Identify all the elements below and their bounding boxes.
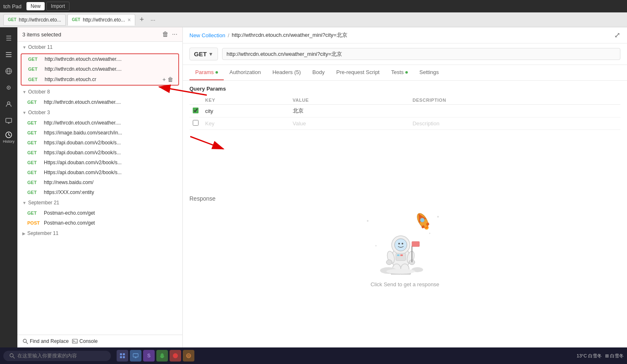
request-item-oct3-6[interactable]: GET Https://api.douban.com/v2/book/s... — [17, 168, 182, 177]
chevron-october-3: ▼ — [22, 110, 26, 115]
method-get: GET — [27, 170, 41, 175]
request-item-oct3-4[interactable]: GET https://api.douban.com/v2/book/s... — [17, 148, 182, 158]
empty-state-text: Click Send to get a response — [371, 281, 439, 287]
param-row-1: city 北京 — [189, 105, 620, 117]
date-header-october-11[interactable]: ▼ October 11 — [17, 42, 182, 53]
tab-more-button[interactable]: ··· — [148, 17, 158, 23]
add-item-button[interactable]: + — [163, 76, 166, 83]
console-button[interactable]: Console — [72, 338, 98, 344]
svg-point-7 — [7, 102, 10, 104]
request-url: http://wthrcdn.etouch.cn/weather.... — [45, 66, 173, 72]
svg-line-13 — [26, 342, 28, 344]
taskbar-icon-3[interactable]: S — [143, 350, 155, 362]
taskbar-icon-6[interactable] — [183, 350, 194, 362]
param-1-value[interactable]: 北京 — [290, 105, 409, 117]
response-title: Response — [189, 195, 215, 202]
svg-rect-52 — [120, 356, 122, 358]
param-2-description[interactable]: Description — [409, 117, 620, 130]
taskbar-icon-4[interactable] — [156, 350, 168, 362]
breadcrumb-expand-button[interactable]: ⤢ — [614, 31, 620, 40]
breadcrumb-collection[interactable]: New Collection — [189, 32, 225, 38]
sidebar-icon-collections[interactable] — [1, 47, 16, 62]
sidebar-icon-menu[interactable]: ☰ — [1, 31, 16, 46]
tab-1[interactable]: GET http://wthrcdn.eto... — [3, 14, 66, 26]
param-2-checkbox[interactable] — [193, 120, 199, 126]
delete-item-button[interactable]: 🗑 — [168, 76, 173, 83]
param-1-checkbox[interactable] — [193, 108, 199, 113]
svg-rect-2 — [6, 56, 12, 57]
request-item-oct3-2[interactable]: GET https://image.baidu.com/search/in... — [17, 128, 182, 138]
date-label-september-11: September 11 — [27, 230, 58, 236]
method-get: GET — [27, 150, 41, 155]
content-area: New Collection / http://wthrcdn.etouch.c… — [183, 27, 627, 347]
col-description: DESCRIPTION — [409, 96, 620, 105]
history-header-actions: 🗑 ··· — [162, 31, 177, 38]
tab-settings[interactable]: Settings — [414, 65, 445, 80]
chevron-october-8: ▼ — [22, 90, 26, 94]
url-input[interactable] — [222, 48, 620, 60]
request-line: GET ▼ — [183, 43, 627, 65]
param-2-value[interactable]: Value — [290, 117, 409, 130]
request-item-sep21-2[interactable]: POST Postman-echo.com/get — [17, 218, 182, 228]
svg-point-16 — [367, 220, 369, 222]
method-get: GET — [28, 57, 41, 62]
taskbar-icon-1[interactable] — [117, 350, 128, 362]
taskbar-icon-5[interactable] — [170, 350, 181, 362]
request-item-oct3-1[interactable]: GET http://wthrcdn.etouch.cn/weather.... — [17, 118, 182, 128]
find-replace-button[interactable]: Find and Replace — [22, 338, 69, 344]
taskbar-search[interactable]: 在这里输入你要搜索的内容 — [3, 351, 111, 361]
chevron-september-21: ▼ — [22, 201, 26, 205]
astronaut-illustration — [364, 208, 446, 275]
sidebar-icon-user[interactable] — [1, 97, 16, 112]
search-icon — [22, 338, 28, 344]
param-row-2: Key Value Description — [189, 117, 620, 130]
more-options-button[interactable]: ··· — [172, 31, 177, 38]
taskbar-icon-2[interactable] — [130, 350, 141, 362]
tab-pre-request[interactable]: Pre-request Script — [330, 65, 385, 80]
tab-body[interactable]: Body — [306, 65, 330, 80]
svg-point-18 — [429, 232, 431, 234]
new-button[interactable]: New — [26, 2, 45, 10]
taskbar-search-text: 在这里输入你要搜索的内容 — [17, 352, 77, 359]
date-header-october-3[interactable]: ▼ October 3 — [17, 107, 182, 118]
delete-selected-button[interactable]: 🗑 — [162, 31, 169, 38]
chevron-october-11: ▼ — [22, 45, 26, 50]
request-item-oct3-8[interactable]: GET https://XXX.com/:entity — [17, 187, 182, 197]
selected-count: 3 items selected — [22, 31, 61, 38]
request-item-oct11-1[interactable]: GET http://wthrcdn.etouch.cn/weather.... — [22, 54, 178, 64]
top-bar: tch Pad New Import — [0, 0, 627, 12]
tab-tests[interactable]: Tests — [385, 65, 414, 80]
sidebar-icon-environments[interactable] — [1, 80, 16, 95]
date-header-september-11[interactable]: ▶ September 11 — [17, 228, 182, 239]
tab-2-close[interactable]: × — [127, 17, 131, 23]
request-item-oct11-3[interactable]: GET http://wthrcdn.etouch.cr + 🗑 — [22, 74, 178, 85]
request-item-oct3-5[interactable]: GET Https://api.douban.com/v2/book/s... — [17, 158, 182, 168]
method-chevron-icon: ▼ — [208, 51, 213, 57]
sidebar-icon-history[interactable]: History — [1, 130, 16, 145]
request-item-oct8-1[interactable]: GET http://wthrcdn.etouch.cn/weather.... — [17, 97, 182, 107]
request-item-oct3-7[interactable]: GET http://news.baidu.com/ — [17, 177, 182, 187]
request-item-oct3-3[interactable]: GET https://api.douban.com/v2/book/s... — [17, 138, 182, 148]
request-item-oct11-2[interactable]: GET http://wthrcdn.etouch.cn/weather.... — [22, 64, 178, 74]
taskbar-time: ⊞ 白雪冬 — [605, 353, 624, 359]
request-item-sep21-1[interactable]: GET Postman-echo.com/get — [17, 208, 182, 218]
import-button[interactable]: Import — [46, 2, 69, 11]
svg-rect-44 — [412, 242, 419, 247]
tab-params[interactable]: Params — [189, 65, 224, 80]
method-selector[interactable]: GET ▼ — [189, 48, 218, 60]
history-bottom: Find and Replace Console — [17, 335, 182, 347]
sidebar-icon-monitors[interactable] — [1, 113, 16, 128]
param-1-description[interactable] — [409, 105, 620, 117]
request-url: Postman-echo.com/get — [44, 210, 177, 216]
date-header-september-21[interactable]: ▼ September 21 — [17, 197, 182, 208]
date-header-october-8[interactable]: ▼ October 8 — [17, 86, 182, 97]
tab-authorization[interactable]: Authorization — [224, 65, 267, 80]
param-2-key[interactable]: Key — [202, 117, 290, 130]
tab-headers[interactable]: Headers (5) — [267, 65, 307, 80]
breadcrumb: New Collection / http://wthrcdn.etouch.c… — [183, 27, 627, 43]
tab-add-button[interactable]: + — [137, 15, 146, 24]
tab-2-url: http://wthrcdn.eto... — [83, 17, 125, 23]
tab-2[interactable]: GET http://wthrcdn.eto... × — [67, 14, 136, 26]
sidebar-icon-apis[interactable] — [1, 64, 16, 79]
param-1-key[interactable]: city — [202, 105, 290, 117]
